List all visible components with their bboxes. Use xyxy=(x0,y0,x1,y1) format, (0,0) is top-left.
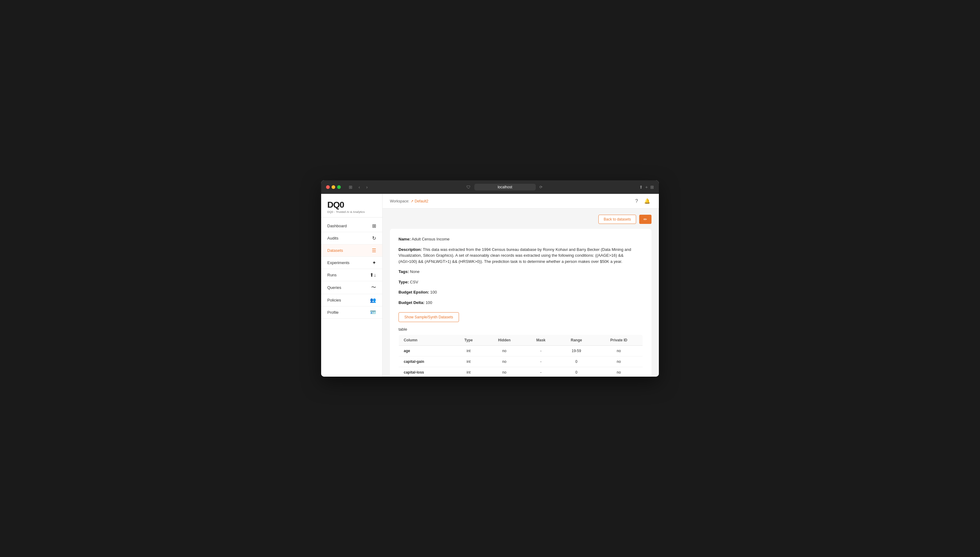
table-row: age int no - 19-59 no xyxy=(399,346,643,357)
cell-type: int xyxy=(452,346,485,357)
help-button[interactable]: ? xyxy=(634,197,639,205)
edit-button[interactable]: ✏ xyxy=(639,215,652,224)
back-to-datasets-button[interactable]: Back to datasets xyxy=(598,215,636,224)
top-bar: Workspace: Default2 ? 🔔 xyxy=(382,194,659,208)
browser-actions: ⬆ + ⊞ xyxy=(639,185,654,189)
cell-column: capital-loss xyxy=(399,367,452,377)
type-field: Type: CSV xyxy=(399,279,643,285)
sidebar-item-runs[interactable]: Runs ⬆↓ xyxy=(321,269,382,281)
cell-column: age xyxy=(399,346,452,357)
col-header-range: Range xyxy=(558,335,595,346)
breadcrumb-workspace-link[interactable]: Default2 xyxy=(410,199,428,204)
cell-type: int xyxy=(452,357,485,367)
cell-private-id: no xyxy=(595,357,643,367)
cell-mask: - xyxy=(524,346,558,357)
sidebar-item-dashboard[interactable]: Dashboard ⊞ xyxy=(321,220,382,232)
refresh-icon[interactable]: ⟳ xyxy=(539,185,542,189)
breadcrumb-workspace-label: Workspace: xyxy=(390,199,409,204)
sidebar-item-experiments[interactable]: Experiments ✦ xyxy=(321,257,382,269)
close-button[interactable] xyxy=(326,185,330,189)
description-field: Description: This data was extracted fro… xyxy=(399,247,643,265)
address-bar[interactable]: localhost xyxy=(474,184,536,191)
sidebar-item-audits[interactable]: Audits ↻ xyxy=(321,232,382,244)
cell-private-id: no xyxy=(595,367,643,377)
minimize-button[interactable] xyxy=(332,185,335,189)
show-sample-button[interactable]: Show Sample/Synth Datasets xyxy=(399,312,459,322)
browser-chrome: ⊞ ‹ › 🛡 localhost ⟳ ⬆ + ⊞ xyxy=(321,180,659,194)
audits-icon: ↻ xyxy=(372,235,376,241)
content-area: Back to datasets ✏ Name: Adult Census In… xyxy=(382,208,659,377)
col-header-mask: Mask xyxy=(524,335,558,346)
datasets-icon: ☰ xyxy=(372,248,376,253)
shield-icon: 🛡 xyxy=(466,185,470,189)
cell-type: int xyxy=(452,367,485,377)
cell-mask: - xyxy=(524,367,558,377)
top-bar-actions: ? 🔔 xyxy=(634,197,652,205)
col-header-private-id: Private ID xyxy=(595,335,643,346)
cell-mask: - xyxy=(524,357,558,367)
sidebar-item-queries[interactable]: Queries 〜 xyxy=(321,281,382,294)
action-bar: Back to datasets ✏ xyxy=(390,215,652,224)
logo: DQ0 xyxy=(327,200,376,210)
browser-nav: ⊞ ‹ › xyxy=(347,184,369,190)
sidebar-item-profile[interactable]: Profile 🪪 xyxy=(321,306,382,319)
policies-icon: 👥 xyxy=(370,297,376,303)
maximize-button[interactable] xyxy=(337,185,341,189)
logo-subtitle: DQ0 - Trusted AI & Analytics xyxy=(327,210,376,213)
sidebar-item-policies[interactable]: Policies 👥 xyxy=(321,294,382,306)
runs-icon: ⬆↓ xyxy=(370,272,376,278)
queries-icon: 〜 xyxy=(371,284,376,291)
nav-items: Dashboard ⊞ Audits ↻ Datasets ☰ Experime… xyxy=(321,217,382,377)
cell-range: 19-59 xyxy=(558,346,595,357)
columns-table: Column Type Hidden Mask Range Private ID… xyxy=(399,335,643,377)
cell-range: 0 xyxy=(558,367,595,377)
main-content: Workspace: Default2 ? 🔔 Back to datasets… xyxy=(382,194,659,377)
col-header-hidden: Hidden xyxy=(485,335,524,346)
address-bar-area: 🛡 localhost ⟳ xyxy=(373,184,635,191)
name-field: Name: Adult Census Income xyxy=(399,236,643,242)
profile-icon: 🪪 xyxy=(370,309,376,315)
tags-field: Tags: None xyxy=(399,269,643,275)
traffic-lights xyxy=(326,185,341,189)
budget-epsilon-field: Budget Epsilon: 100 xyxy=(399,289,643,295)
back-nav-button[interactable]: ‹ xyxy=(357,184,362,190)
col-header-type: Type xyxy=(452,335,485,346)
cell-range: 0 xyxy=(558,357,595,367)
table-header-row: Column Type Hidden Mask Range Private ID xyxy=(399,335,643,346)
dashboard-icon: ⊞ xyxy=(372,223,376,229)
sidebar-toggle-icon[interactable]: ⊞ xyxy=(347,184,354,190)
notifications-button[interactable]: 🔔 xyxy=(643,197,652,205)
cell-private-id: no xyxy=(595,346,643,357)
forward-nav-button[interactable]: › xyxy=(364,184,370,190)
breadcrumb: Workspace: Default2 xyxy=(390,199,428,204)
sidebar: DQ0 DQ0 - Trusted AI & Analytics Dashboa… xyxy=(321,194,382,377)
cell-hidden: no xyxy=(485,357,524,367)
cell-column: capital-gain xyxy=(399,357,452,367)
budget-delta-field: Budget Delta: 100 xyxy=(399,300,643,306)
logo-area: DQ0 DQ0 - Trusted AI & Analytics xyxy=(321,194,382,217)
experiments-icon: ✦ xyxy=(372,260,376,265)
sidebar-item-datasets[interactable]: Datasets ☰ xyxy=(321,244,382,257)
cell-hidden: no xyxy=(485,367,524,377)
table-section-title: table xyxy=(399,327,643,332)
cell-hidden: no xyxy=(485,346,524,357)
grid-icon[interactable]: ⊞ xyxy=(650,185,654,189)
dataset-detail-card: Name: Adult Census Income Description: T… xyxy=(390,229,652,377)
table-section: table Column Type Hidden Mask Range Priv… xyxy=(399,327,643,377)
share-icon[interactable]: ⬆ xyxy=(639,185,643,189)
col-header-column: Column xyxy=(399,335,452,346)
table-row: capital-loss int no - 0 no xyxy=(399,367,643,377)
new-tab-icon[interactable]: + xyxy=(645,185,648,189)
table-row: capital-gain int no - 0 no xyxy=(399,357,643,367)
